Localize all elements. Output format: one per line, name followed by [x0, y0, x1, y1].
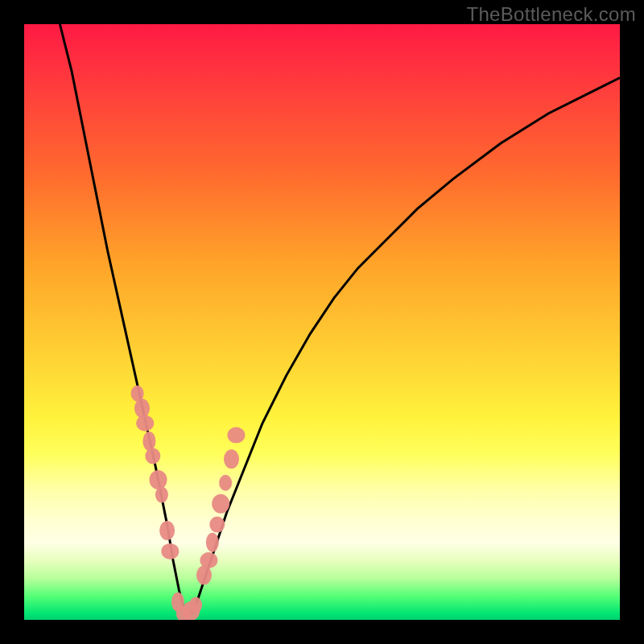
data-point	[206, 533, 219, 552]
data-point	[155, 487, 168, 503]
data-point	[209, 517, 225, 533]
data-point	[159, 521, 175, 540]
data-point	[212, 494, 229, 514]
data-point	[142, 431, 155, 451]
data-point	[134, 398, 150, 418]
data-point	[227, 427, 245, 444]
chart-frame: TheBottleneck.com	[0, 0, 644, 644]
data-point	[189, 597, 202, 613]
data-points-group	[131, 386, 246, 620]
curve-group	[60, 24, 620, 614]
data-point	[150, 470, 167, 489]
data-point	[196, 566, 212, 585]
data-point	[224, 449, 239, 469]
data-point	[136, 415, 154, 431]
data-point	[161, 543, 179, 559]
data-point	[145, 448, 160, 464]
chart-plot-area	[24, 24, 620, 620]
data-point	[200, 552, 217, 568]
chart-svg	[24, 24, 620, 620]
data-point	[219, 475, 232, 491]
bottleneck-curve	[60, 24, 620, 614]
watermark-text: TheBottleneck.com	[466, 3, 636, 26]
